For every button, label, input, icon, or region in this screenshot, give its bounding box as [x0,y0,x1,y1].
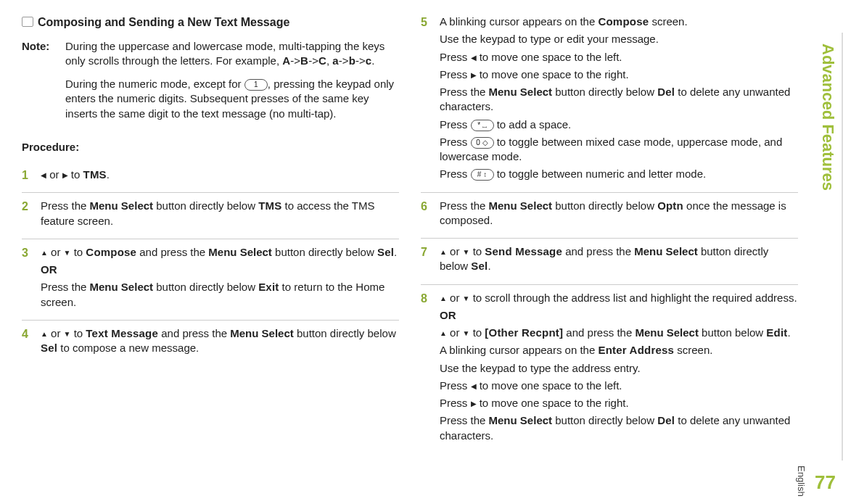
step-number: 2 [22,199,41,231]
to-text: to [71,327,86,339]
text: and press the [158,327,230,339]
down-arrow-icon: ▼ [463,248,470,256]
note-body: During the uppercase and lowercase mode,… [65,39,399,130]
ui-bold: Menu Select [230,327,294,339]
step-number: 1 [22,168,41,185]
to-text: to [470,326,485,339]
step-body: Press the Menu Select button directly be… [440,199,798,231]
ui-label: Del [657,86,675,98]
ui-label: Sel [41,342,57,354]
or-text: or [48,327,64,339]
step-body: ▲ or ▼ to scroll through the address lis… [440,291,798,446]
note-block: Note: During the uppercase and lowercase… [22,39,399,130]
left-arrow-icon: ◀ [41,171,46,179]
step-3: 3 ▲ or ▼ to Compose and press the Menu S… [22,239,399,321]
step-number: 8 [421,291,440,446]
ui-label: [Other Recpnt] [485,326,563,339]
step-7: 7 ▲ or ▼ to Send Message and press the M… [421,239,798,285]
or-text: or [46,168,62,181]
text: Press [440,379,471,392]
text: button directly below [552,199,657,212]
punct: . [394,246,397,258]
text: and press the [562,245,634,257]
step-6: 6 Press the Menu Select button directly … [421,193,798,239]
text: to scroll through the address list and h… [470,292,797,304]
text: Press the [440,199,489,212]
ui-label: Text Message [86,327,158,339]
ui-label: Compose [86,246,136,258]
ui-bold: Menu Select [489,199,553,212]
keycap-1-icon: 1 [244,79,268,91]
page-number: 77 [815,471,836,494]
note-label: Note: [22,39,65,130]
text: button directly below [153,281,258,293]
right-arrow-icon: ▶ [471,71,477,79]
text: to add a space. [494,118,572,131]
arrow: -> [339,54,349,67]
punct: . [787,326,790,339]
keycap-star-icon: * ⎵ [471,120,494,131]
text: to move one space to the right. [477,68,629,80]
text: to move one space to the left. [477,51,622,63]
to-text: to [68,168,83,181]
ui-bold: Menu Select [635,326,699,339]
down-arrow-icon: ▼ [64,249,71,257]
heading-text: Composing and Sending a New Text Message [38,16,289,28]
step-4: 4 ▲ or ▼ to Text Message and press the M… [22,321,399,366]
text: Press [440,68,471,80]
text: screen. [674,344,712,356]
text: button directly below [552,414,657,426]
step-number: 3 [22,245,41,313]
up-arrow-icon: ▲ [440,294,447,302]
page-body: Composing and Sending a New Text Message… [0,0,843,468]
step-body: ▲ or ▼ to Text Message and press the Men… [41,326,399,359]
code-text: a [332,54,339,67]
ui-bold: Menu Select [90,281,154,293]
text: and press the [136,246,208,258]
arrow: -> [355,54,366,67]
down-arrow-icon: ▼ [463,294,470,302]
to-text: to [71,246,86,258]
ui-bold: Menu Select [634,245,698,257]
ui-label: Compose [598,15,649,28]
ui-label: Sel [377,246,394,258]
text: Press [440,51,471,63]
ui-label: Sel [471,260,488,272]
up-arrow-icon: ▲ [41,249,48,257]
book-icon [22,17,33,27]
step-body: Press the Menu Select button directly be… [41,199,399,231]
text: Use the keypad to type the address entry… [440,361,798,376]
text: to move one space to the left. [477,379,622,392]
text: A blinking cursor appears on the [440,344,598,356]
step-body: ▲ or ▼ to Send Message and press the Men… [440,244,798,277]
text: Press the [440,86,489,98]
up-arrow-icon: ▲ [440,248,447,256]
down-arrow-icon: ▼ [64,330,71,338]
step-body: A blinking cursor appears on the Compose… [440,15,798,185]
text: Press [440,118,471,131]
punct: . [107,168,110,181]
or-text: or [447,326,463,339]
ui-label: Enter Address [598,344,674,356]
step-number: 5 [421,15,440,185]
text: and press the [563,326,635,339]
up-arrow-icon: ▲ [41,330,48,338]
step-body: ▲ or ▼ to Compose and press the Menu Sel… [41,245,399,313]
or-text: or [447,292,463,304]
ui-label: Exit [258,281,279,293]
text: button directly below [294,327,396,339]
step-number: 7 [421,244,440,277]
arrow: -> [308,54,318,67]
down-arrow-icon: ▼ [463,329,470,337]
ui-bold: Menu Select [489,414,553,426]
ui-bold: Menu Select [208,246,272,258]
text: Press [440,136,471,148]
punct: . [371,54,374,67]
to-text: to [470,245,485,257]
text: to compose a new message. [57,342,199,354]
language-label: English [796,466,807,497]
procedure-label: Procedure: [22,140,399,154]
or-bold: OR [440,309,456,321]
right-column: 5 A blinking cursor appears on the Compo… [421,15,798,453]
note-text: During the numeric mode, except for [65,78,244,90]
